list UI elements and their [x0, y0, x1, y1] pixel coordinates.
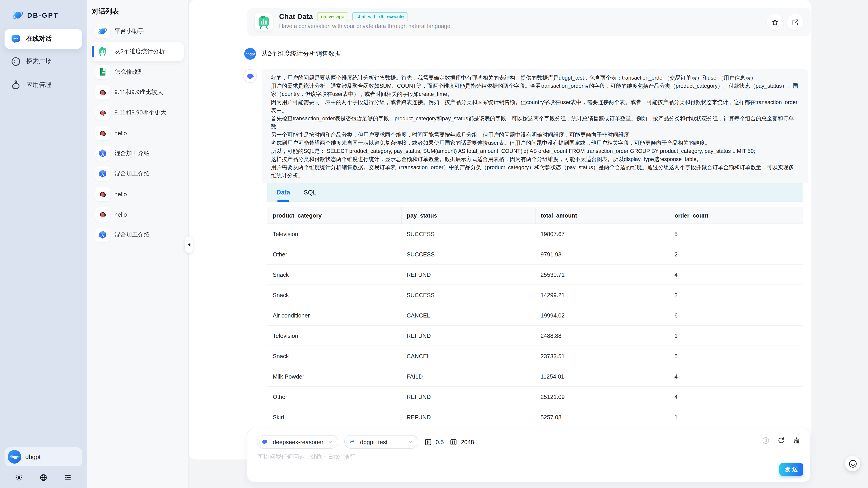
table-cell: 11254.01 — [535, 366, 669, 387]
data-view: Data SQL product_categorypay_statustotal… — [262, 183, 808, 452]
table-cell: 4 — [669, 387, 803, 407]
svg-text:A: A — [101, 234, 104, 238]
table-header-row: product_categorypay_statustotal_amountor… — [267, 207, 803, 224]
conversation-item[interactable]: hello — [91, 185, 184, 204]
chat-input[interactable] — [257, 452, 702, 472]
robot-icon — [10, 80, 21, 90]
table-row: OtherSUCCESS9791.982 — [267, 244, 803, 264]
temperature-control[interactable]: 0.5 — [424, 438, 444, 446]
sidebar-item-explore[interactable]: 探索广场 — [4, 52, 82, 71]
table-row: TelevisionREFUND2488.881 — [267, 326, 803, 346]
clear-button[interactable] — [793, 436, 801, 445]
share-button[interactable] — [787, 14, 803, 30]
table-cell: Snack — [267, 264, 401, 285]
table-cell: 2488.88 — [535, 326, 669, 346]
reasoning-line: 好的，用户的问题是要从两个维度统计分析销售数据。首先，我需要确定数据库中有哪些相… — [271, 74, 799, 82]
conversation-item[interactable]: 从2个维度统计分析... — [91, 42, 184, 61]
conversation-item[interactable]: 9.11和9.90哪个更大 — [91, 103, 184, 122]
conversation-item[interactable]: 9.11和9.9谁比较大 — [91, 83, 184, 102]
conversation-item[interactable]: hello — [91, 123, 184, 143]
conversation-item[interactable]: 怎么修改列 — [91, 62, 184, 82]
view-tabs: Data SQL — [267, 183, 803, 202]
table-cell: 5 — [669, 224, 803, 244]
chat-bubble-icon — [10, 33, 21, 44]
max-tokens-value: 2048 — [461, 438, 474, 445]
pause-circle-icon — [762, 436, 770, 445]
composer-actions — [762, 436, 801, 445]
app-title: Chat Data — [279, 13, 313, 21]
table-cell: Other — [267, 244, 401, 264]
conversation-item[interactable]: A混合加工介绍 — [91, 225, 184, 244]
model-selector[interactable]: deepseek-reasoner — [257, 435, 338, 449]
panel-collapse-handle[interactable] — [185, 237, 193, 253]
conversation-item[interactable]: A混合加工介绍 — [91, 164, 184, 183]
conversation-title: 9.11和9.90哪个更大 — [115, 109, 166, 117]
globe-icon — [39, 474, 48, 482]
red-headset-icon — [95, 207, 110, 222]
language-button[interactable] — [38, 472, 49, 483]
conversation-panel: 对话列表 平台小助手从2个维度统计分析...怎么修改列9.11和9.9谁比较大9… — [87, 0, 189, 488]
table-row: SnackSUCCESS14299.212 — [267, 285, 803, 305]
table-cell: Television — [267, 224, 401, 244]
table-cell: REFUND — [401, 387, 535, 407]
chat-data-app-icon — [255, 13, 273, 31]
table-cell: 23733.51 — [535, 346, 669, 366]
user-account[interactable]: dbgpt dbgpt — [4, 447, 82, 466]
triangle-left-icon — [187, 243, 190, 246]
whale-icon — [246, 72, 254, 80]
table-cell: REFUND — [401, 264, 535, 285]
chat-main: Chat Data native_app chat_with_db_execut… — [189, 0, 811, 459]
table-cell: SUCCESS — [401, 224, 535, 244]
tab-sql[interactable]: SQL — [304, 183, 316, 202]
conversation-item[interactable]: hello — [91, 205, 184, 224]
compass-icon — [10, 56, 21, 67]
table-cell: 2 — [669, 244, 803, 264]
smiley-icon — [848, 459, 857, 468]
feedback-floating-button[interactable] — [845, 456, 860, 471]
conversation-title: 混合加工介绍 — [115, 149, 150, 157]
red-headset-icon — [95, 126, 110, 140]
table-cell: 4 — [669, 264, 803, 285]
send-button[interactable]: 发 送 — [779, 463, 803, 476]
sidebar-item-app-management[interactable]: 应用管理 — [4, 75, 82, 95]
reasoning-line: 首先检查transaction_order表是否包含足够的字段。product_… — [271, 115, 799, 131]
reasoning-line: 因为用户可能需要同一表中的两个字段进行分组，或者跨表连接。例如，按产品分类和国家… — [271, 98, 799, 115]
blue-hexagon-icon: A — [95, 227, 110, 242]
conversation-item[interactable]: 平台小助手 — [91, 22, 184, 41]
reasoning-line: 考虑到用户可能希望两个维度来自同一表以避免复杂连接，或者如果使用国家的话需要连接… — [271, 139, 799, 147]
conversation-title: 怎么修改列 — [115, 68, 144, 76]
table-row: OtherREFUND25121.094 — [267, 387, 803, 407]
conversation-title: 混合加工介绍 — [115, 231, 150, 239]
theme-toggle-button[interactable] — [13, 472, 24, 483]
badge-native-app: native_app — [317, 12, 348, 21]
tab-data[interactable]: Data — [276, 183, 290, 202]
table-cell: 2 — [669, 285, 803, 305]
table-row: TelevisionSUCCESS19807.675 — [267, 224, 803, 244]
table-row: SnackREFUND25530.714 — [267, 264, 803, 285]
database-selector[interactable]: dbgpt_test — [344, 435, 418, 449]
table-row: Air conditionerCANCEL19994.026 — [267, 305, 803, 326]
user-message-row: dbgpt 从2个维度统计分析销售数据 — [244, 48, 811, 60]
table-cell: 14299.21 — [535, 285, 669, 305]
conversation-title: hello — [115, 211, 127, 218]
conversation-item[interactable]: A混合加工介绍 — [91, 144, 184, 163]
regenerate-button[interactable] — [777, 436, 785, 445]
assistant-avatar — [243, 69, 257, 83]
sidebar-item-label: 在线对话 — [26, 35, 52, 43]
max-tokens-control[interactable]: 2048 — [450, 438, 474, 446]
pause-button[interactable] — [762, 436, 770, 445]
assistant-response-bubble: 好的，用户的问题是要从两个维度统计分析销售数据。首先，我需要确定数据库中有哪些相… — [262, 69, 808, 452]
result-table: product_categorypay_statustotal_amountor… — [267, 207, 803, 427]
broom-icon — [793, 436, 801, 445]
table-cell: 9791.98 — [535, 244, 669, 264]
red-headset-icon — [95, 85, 110, 99]
table-cell: SUCCESS — [401, 244, 535, 264]
favorite-button[interactable] — [767, 14, 783, 30]
database-name: dbgpt_test — [360, 438, 403, 445]
green-book-icon — [95, 65, 110, 79]
sidebar-item-online-chat[interactable]: 在线对话 — [4, 29, 82, 49]
assistant-message-row: 好的，用户的问题是要从两个维度统计分析销售数据。首先，我需要确定数据库中有哪些相… — [243, 69, 811, 452]
table-cell: REFUND — [401, 326, 535, 346]
collapse-sidebar-button[interactable] — [62, 472, 73, 483]
table-cell: 6 — [669, 305, 803, 326]
